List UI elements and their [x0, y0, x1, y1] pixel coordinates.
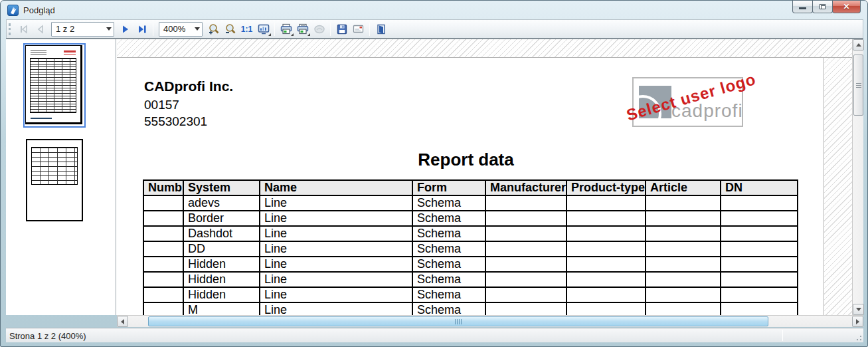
- table-cell: [143, 272, 183, 287]
- save-icon: [337, 24, 347, 35]
- exit-door-icon: [377, 24, 386, 35]
- toolbar-grip[interactable]: [9, 23, 11, 35]
- scroll-left-button[interactable]: [117, 316, 128, 327]
- company-number: 00157: [144, 98, 179, 112]
- page-thumbnail-2[interactable]: [26, 139, 83, 221]
- report-table: NumbSystemNameFormManufacturerProduct-ty…: [143, 179, 798, 315]
- table-cell: Line: [260, 257, 412, 272]
- table-cell: [646, 211, 721, 226]
- table-cell: Line: [260, 241, 412, 257]
- table-cell: [646, 287, 721, 302]
- table-cell: [143, 226, 183, 241]
- outside-page-hatch-top: [117, 39, 852, 58]
- table-cell: [646, 241, 721, 257]
- table-cell: Schema: [412, 272, 485, 287]
- thumb-grip-icon: [856, 83, 861, 88]
- table-row: MLineSchema: [143, 302, 798, 315]
- column-header: System: [183, 180, 260, 195]
- window-title: Podgląd: [23, 5, 55, 15]
- previous-page-icon: [35, 24, 46, 35]
- vertical-scrollbar[interactable]: [852, 39, 863, 315]
- chevron-down-icon: [195, 27, 200, 31]
- next-page-icon: [120, 24, 131, 35]
- table-cell: [721, 257, 798, 272]
- restore-button[interactable]: [812, 1, 833, 13]
- dropdown-corner-icon: [307, 33, 310, 36]
- status-text: Strona 1 z 2 (400%): [9, 331, 86, 341]
- preview-pane[interactable]: CADprofi Inc. 00157 555302301 cadprofi S…: [117, 39, 852, 315]
- toolbar-separator: [369, 23, 370, 36]
- table-cell: [566, 287, 646, 302]
- page-thumbnail-1[interactable]: [23, 43, 86, 128]
- table-cell: [646, 226, 721, 241]
- zoom-combobox[interactable]: 400%: [159, 22, 203, 37]
- table-cell: Line: [260, 226, 412, 241]
- table-cell: [721, 287, 798, 302]
- last-page-button[interactable]: [134, 21, 149, 37]
- vertical-scroll-thumb[interactable]: [853, 55, 863, 116]
- next-page-button[interactable]: [118, 21, 133, 37]
- minimize-button[interactable]: [792, 1, 813, 13]
- statusbar: Strona 1 z 2 (400%): [6, 328, 863, 342]
- table-cell: Hidden: [183, 257, 260, 272]
- column-header: DN: [721, 180, 798, 195]
- table-cell: M: [183, 302, 260, 315]
- column-header: Form: [412, 180, 485, 195]
- content-area: CADprofi Inc. 00157 555302301 cadprofi S…: [6, 39, 863, 315]
- table-cell: Schema: [412, 195, 485, 211]
- toolbar-separator: [274, 23, 275, 36]
- fit-page-button[interactable]: [256, 21, 271, 37]
- first-page-button[interactable]: [16, 21, 31, 37]
- statusbar-separator: [782, 330, 783, 341]
- page-number-combobox[interactable]: 1 z 2: [51, 22, 114, 37]
- table-cell: Border: [183, 211, 260, 226]
- page-combo-dropdown[interactable]: [104, 23, 114, 36]
- table-cell: [485, 241, 566, 257]
- horizontal-scroll-thumb[interactable]: [148, 316, 768, 326]
- table-cell: Schema: [412, 257, 485, 272]
- thumb-header-lines: [31, 50, 47, 56]
- toolbar-separator: [153, 23, 153, 36]
- table-cell: [143, 211, 183, 226]
- table-cell: [566, 241, 646, 257]
- stamp-icon: [313, 24, 325, 35]
- thumbnail-page: [25, 45, 82, 124]
- resize-grip[interactable]: [854, 333, 862, 341]
- last-page-icon: [137, 24, 147, 35]
- zoom-out-button[interactable]: [222, 21, 238, 37]
- table-cell: Line: [260, 211, 412, 226]
- actual-size-button[interactable]: 1:1: [239, 21, 254, 37]
- scroll-right-button[interactable]: [852, 316, 863, 327]
- stamp-button[interactable]: [311, 21, 327, 37]
- exit-button[interactable]: [373, 21, 389, 37]
- company-phone: 555302301: [144, 114, 207, 129]
- table-cell: [485, 195, 566, 211]
- table-row: HiddenLineSchema: [143, 287, 798, 302]
- save-button[interactable]: [334, 21, 349, 37]
- scroll-down-button[interactable]: [853, 304, 864, 315]
- table-cell: [646, 272, 721, 287]
- printer-icon: [280, 23, 292, 35]
- page-number-value: 1 z 2: [52, 24, 104, 34]
- table-cell: [143, 302, 183, 315]
- zoom-combo-dropdown[interactable]: [192, 23, 202, 36]
- print-button[interactable]: [278, 21, 294, 37]
- user-logo-placeholder: cadprofi Select user logo: [632, 77, 743, 127]
- print-dialog-button[interactable]: [295, 21, 310, 37]
- table-cell: [485, 272, 566, 287]
- zoom-out-icon: [224, 23, 236, 35]
- table-cell: [143, 287, 183, 302]
- arrow-left-icon: [121, 319, 124, 324]
- first-page-icon: [19, 24, 29, 35]
- horizontal-scrollbar[interactable]: [117, 315, 863, 327]
- close-button[interactable]: ✕: [832, 1, 861, 13]
- thumbnail-panel: [6, 39, 116, 315]
- previous-page-button[interactable]: [33, 21, 48, 37]
- zoom-in-button[interactable]: [206, 21, 221, 37]
- scroll-up-button[interactable]: [853, 39, 864, 51]
- table-cell: Hidden: [183, 272, 260, 287]
- email-button[interactable]: [351, 21, 366, 37]
- chevron-down-icon: [106, 27, 112, 31]
- table-cell: [485, 257, 566, 272]
- restore-icon: [820, 4, 825, 9]
